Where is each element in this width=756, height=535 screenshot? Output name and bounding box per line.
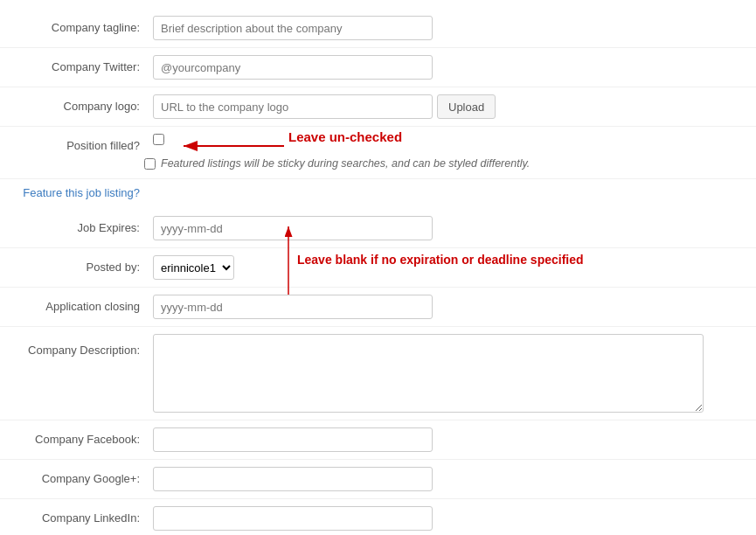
company-description-input[interactable] <box>153 334 704 413</box>
feature-listing-row: Featured listings will be sticky during … <box>144 157 530 170</box>
company-twitter-input[interactable] <box>153 55 433 80</box>
company-facebook-input[interactable] <box>153 427 433 452</box>
posted-by-label: Posted by: <box>9 255 153 280</box>
company-linkedin-row: Company LinkedIn: <box>0 499 756 535</box>
annotation-leave-unchecked: Leave un-checked <box>288 129 402 144</box>
company-twitter-row: Company Twitter: <box>0 48 756 87</box>
feature-listing-text: Featured listings will be sticky during … <box>161 157 530 170</box>
arrow-feature <box>127 149 153 175</box>
company-tagline-row: Company tagline: <box>0 9 756 48</box>
position-filled-row: Position filled? Leave un-checked Featur… <box>0 127 756 179</box>
company-logo-row: Company logo: Upload <box>0 87 756 127</box>
company-googleplus-row: Company Google+: <box>0 460 756 499</box>
company-googleplus-label: Company Google+: <box>9 467 153 491</box>
job-expires-label: Job Expires: <box>9 216 153 240</box>
company-description-label: Company Description: <box>9 334 153 363</box>
posted-by-row: Posted by: erinnicole1 Leave blank if no… <box>0 248 756 288</box>
company-linkedin-label: Company LinkedIn: <box>9 506 153 531</box>
position-filled-checkbox-wrap <box>153 134 170 145</box>
posted-by-select[interactable]: erinnicole1 <box>153 255 234 280</box>
job-expires-row: Job Expires: <box>0 209 756 248</box>
application-closing-input[interactable] <box>153 295 433 319</box>
company-logo-input[interactable] <box>153 94 433 119</box>
application-closing-label: Application closing <box>9 295 153 319</box>
company-tagline-input[interactable] <box>153 16 433 40</box>
feature-listing-label: Feature this job listing? <box>9 181 153 205</box>
company-tagline-label: Company tagline: <box>9 16 153 40</box>
company-facebook-label: Company Facebook: <box>9 427 153 452</box>
company-twitter-label: Company Twitter: <box>9 55 153 80</box>
company-description-row: Company Description: <box>0 327 756 420</box>
company-linkedin-input[interactable] <box>153 506 433 531</box>
company-facebook-row: Company Facebook: <box>0 420 756 460</box>
application-closing-row: Application closing <box>0 288 756 327</box>
company-googleplus-input[interactable] <box>153 467 433 491</box>
upload-button[interactable]: Upload <box>437 94 496 119</box>
position-filled-checkbox[interactable] <box>153 134 164 145</box>
annotation-leave-blank: Leave blank if no expiration or deadline… <box>297 253 584 267</box>
job-expires-input[interactable] <box>153 216 433 240</box>
feature-listing-label-row: Feature this job listing? <box>0 179 756 209</box>
company-logo-label: Company logo: <box>9 94 153 119</box>
